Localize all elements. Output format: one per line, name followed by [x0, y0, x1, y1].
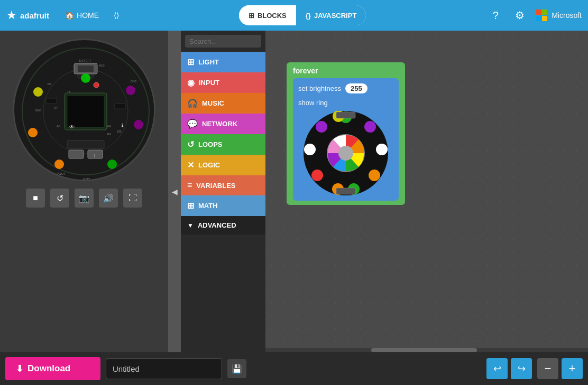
main-area: RESET A8 A9 A7 D4 GND VOUT RX D5 A10 [0, 31, 588, 352]
restart-button[interactable]: ↺ [50, 189, 69, 208]
svg-text:👁: 👁 [69, 124, 75, 130]
svg-point-27 [33, 87, 43, 97]
svg-point-24 [107, 159, 117, 169]
circuit-board-svg: RESET A8 A9 A7 D4 GND VOUT RX D5 A10 [14, 40, 155, 181]
share-button[interactable]: ⟨⟩ [108, 8, 124, 23]
sim-controls: ■ ↺ 📷 🔊 ⛶ [26, 189, 142, 208]
save-icon: 💾 [232, 364, 242, 374]
svg-point-25 [54, 159, 64, 169]
share-icon: ⟨⟩ [114, 11, 119, 20]
variables-icon: ≡ [187, 181, 192, 190]
svg-text:D5: D5 [117, 130, 122, 133]
redo-button[interactable]: ↪ [511, 358, 532, 379]
circuit-board: RESET A8 A9 A7 D4 GND VOUT RX D5 A10 [13, 39, 155, 181]
zoom-out-button[interactable]: − [537, 358, 558, 379]
svg-rect-11 [69, 150, 84, 158]
music-icon: 🎧 [187, 98, 198, 108]
workspace[interactable]: forever set brightness 255 show ring [265, 31, 588, 352]
brightness-value[interactable]: 255 [345, 83, 368, 93]
block-categories-panel: 🔍 ⊞ LIGHT ◉ INPUT 🎧 MUSIC 💬 NETWORK ↺ LO… [181, 31, 265, 352]
svg-point-45 [304, 144, 316, 155]
settings-button[interactable]: ⚙ [511, 7, 528, 24]
show-ring-label: show ring [298, 99, 393, 107]
category-logic[interactable]: ✕ LOGIC [181, 155, 265, 175]
top-navigation: ★ adafruit 🏠 HOME ⟨⟩ ⊞ BLOCKS {} JAVASCR… [0, 0, 588, 31]
svg-text:RX: RX [107, 133, 111, 136]
ring-visual[interactable] [304, 111, 388, 195]
svg-rect-50 [336, 112, 355, 118]
category-network[interactable]: 💬 NETWORK [181, 114, 265, 134]
logic-icon: ✕ [187, 160, 194, 170]
ring-svg [304, 111, 388, 195]
category-variables[interactable]: ≡ VARIABLES [181, 175, 265, 195]
forever-block[interactable]: forever set brightness 255 show ring [287, 62, 405, 205]
svg-point-23 [134, 120, 143, 129]
advanced-button[interactable]: ▼ ADVANCED [181, 216, 265, 234]
nav-right-icons: ? ⚙ Microsoft [487, 7, 582, 24]
save-button[interactable]: 💾 [227, 359, 246, 378]
fullscreen-button[interactable]: ⛶ [123, 189, 142, 208]
screenshot-button[interactable]: 📷 [75, 189, 94, 208]
input-icon: ◉ [187, 78, 195, 88]
undo-button[interactable]: ↩ [486, 358, 508, 379]
category-music[interactable]: 🎧 MUSIC [181, 93, 265, 114]
logo-star-icon: ★ [6, 8, 17, 22]
svg-text:): ) [94, 153, 95, 157]
light-icon: ⊞ [187, 57, 194, 67]
blocks-mode-button[interactable]: ⊞ BLOCKS [239, 5, 296, 25]
svg-text:TX: TX [67, 90, 71, 93]
javascript-mode-button[interactable]: {} JAVASCRIPT [296, 5, 366, 25]
scrollbar-thumb[interactable] [371, 348, 477, 352]
svg-text:GND: GND [83, 177, 90, 181]
svg-rect-6 [46, 98, 57, 104]
home-button[interactable]: 🏠 HOME [60, 8, 104, 23]
search-input[interactable] [189, 37, 265, 45]
svg-rect-8 [67, 140, 104, 148]
category-light[interactable]: ⊞ LIGHT [181, 52, 265, 72]
svg-point-21 [81, 73, 90, 83]
javascript-icon: {} [306, 12, 311, 20]
mode-toggle: ⊞ BLOCKS {} JAVASCRIPT [239, 5, 366, 25]
svg-point-46 [316, 121, 327, 133]
svg-text:GND: GND [131, 80, 137, 83]
block-container: forever set brightness 255 show ring [287, 62, 405, 205]
zoom-in-button[interactable]: + [562, 358, 583, 379]
svg-point-39 [364, 121, 376, 133]
svg-text:VOUT: VOUT [57, 172, 66, 175]
category-input[interactable]: ◉ INPUT [181, 72, 265, 93]
svg-text:RESET: RESET [79, 59, 91, 63]
svg-text:A9: A9 [107, 125, 111, 128]
microsoft-logo: Microsoft [536, 10, 582, 21]
svg-text:🌡: 🌡 [120, 123, 125, 128]
category-math[interactable]: ⊞ MATH [181, 195, 265, 216]
math-icon: ⊞ [187, 201, 194, 211]
sound-button[interactable]: 🔊 [99, 189, 118, 208]
simulator-panel: RESET A8 A9 A7 D4 GND VOUT RX D5 A10 [0, 31, 168, 352]
download-button[interactable]: ⬇ Download [5, 357, 100, 380]
download-icon: ⬇ [16, 363, 23, 374]
stop-button[interactable]: ■ [26, 189, 45, 208]
svg-rect-51 [336, 188, 355, 194]
svg-point-13 [94, 82, 99, 88]
filename-input[interactable] [106, 358, 222, 379]
forever-label: forever [293, 67, 399, 75]
brightness-row: set brightness 255 [298, 83, 393, 93]
help-button[interactable]: ? [487, 7, 504, 24]
svg-point-26 [28, 128, 38, 137]
svg-point-40 [376, 144, 388, 155]
microsoft-label: Microsoft [552, 11, 582, 20]
svg-text:A8: A8 [57, 125, 61, 128]
svg-point-41 [369, 170, 380, 181]
svg-text:A10: A10 [99, 64, 105, 67]
chevron-left-icon: ◀ [172, 187, 178, 196]
set-brightness-label: set brightness [298, 84, 341, 92]
svg-point-22 [126, 86, 135, 95]
bottom-bar: ⬇ Download 💾 ↩ ↪ − + [0, 352, 588, 385]
network-icon: 💬 [187, 119, 198, 129]
category-loops[interactable]: ↺ LOOPS [181, 134, 265, 155]
home-icon: 🏠 [65, 11, 74, 20]
horizontal-scrollbar[interactable] [265, 348, 588, 352]
panel-toggle[interactable]: ◀ [168, 31, 181, 352]
inner-block: set brightness 255 show ring [293, 78, 399, 201]
svg-text:A7: A7 [54, 106, 58, 109]
